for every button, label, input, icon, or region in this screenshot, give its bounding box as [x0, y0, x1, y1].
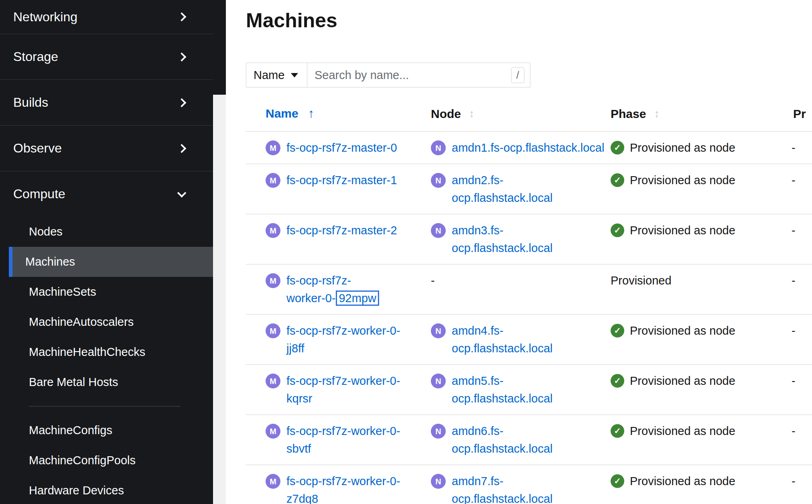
- sort-icon: ↕: [654, 108, 660, 120]
- phase-text: Provisioned as node: [630, 422, 735, 440]
- node-cell: N amdn6.fs- ocp.flashstack.local: [411, 415, 591, 465]
- phase-cell: ✓ Provisioned as node: [591, 132, 773, 164]
- node-badge-icon: N: [431, 223, 446, 238]
- table-row: M fs-ocp-rsf7z-master-2 N amdn3.fs-: [246, 214, 812, 264]
- main-content: Machines Name / Name↑ Node↕: [226, 0, 812, 504]
- success-check-icon: ✓: [611, 324, 624, 337]
- sidebar-item-label: Networking: [13, 10, 77, 24]
- phase-cell: ✓ Provisioned as node: [591, 214, 773, 264]
- machine-badge-icon: M: [266, 424, 280, 439]
- name-cell: M fs-ocp-rsf7z-worker-0- kqrsr: [246, 365, 411, 415]
- column-header-provider[interactable]: Pr: [773, 92, 812, 132]
- node-cell: N amdn3.fs- ocp.flashstack.local: [411, 214, 591, 264]
- sidebar-item-machineautoscalers[interactable]: MachineAutoscalers: [0, 307, 213, 337]
- machine-link[interactable]: fs-ocp-rsf7z- worker-0-92mpw: [286, 272, 379, 307]
- machine-badge-icon: M: [266, 140, 280, 155]
- chevron-right-icon: [177, 98, 187, 107]
- sort-ascending-icon: ↑: [308, 106, 315, 120]
- sidebar-item-machineconfigpools[interactable]: MachineConfigPools: [0, 445, 213, 476]
- sidebar-item-label: Compute: [13, 187, 65, 201]
- phase-text: Provisioned: [611, 272, 672, 289]
- sidebar-item-machinehealthchecks[interactable]: MachineHealthChecks: [0, 337, 213, 367]
- phase-text: Provisioned as node: [630, 139, 735, 156]
- machine-link[interactable]: fs-ocp-rsf7z-worker-0- jj8ff: [286, 322, 400, 357]
- phase-text: Provisioned as node: [630, 372, 735, 390]
- machine-link[interactable]: fs-ocp-rsf7z-worker-0- sbvtf: [286, 422, 400, 457]
- provider-state-cell: -: [773, 264, 812, 315]
- phase-cell: ✓ Provisioned as node: [591, 164, 773, 214]
- machine-link[interactable]: fs-ocp-rsf7z-master-2: [286, 222, 397, 239]
- success-check-icon: ✓: [611, 374, 624, 388]
- sidebar-item-machinesets[interactable]: MachineSets: [0, 277, 213, 307]
- column-header-name[interactable]: Name↑: [246, 92, 411, 132]
- sidebar-nav: Networking Storage Builds: [0, 0, 226, 504]
- node-cell: -: [411, 264, 591, 315]
- success-check-icon: ✓: [611, 474, 624, 488]
- table-row: M fs-ocp-rsf7z-master-1 N amdn2.fs-: [246, 164, 812, 214]
- success-check-icon: ✓: [611, 224, 624, 237]
- sidebar-item-observe[interactable]: Observe: [0, 126, 213, 171]
- sidebar-item-builds[interactable]: Builds: [0, 80, 213, 126]
- node-link[interactable]: amdn2.fs- ocp.flashstack.local: [452, 171, 552, 207]
- node-link[interactable]: amdn1.fs-ocp.flashstack.local: [452, 139, 604, 156]
- sidebar-item-storage[interactable]: Storage: [0, 34, 213, 80]
- name-cell: M fs-ocp-rsf7z-worker-0- sbvtf: [246, 415, 411, 465]
- empty-value-dash: -: [431, 274, 435, 287]
- phase-text: Provisioned as node: [630, 171, 735, 189]
- sidebar-scrollbar[interactable]: [213, 95, 226, 504]
- machine-link[interactable]: fs-ocp-rsf7z-worker-0- z7dq8: [286, 472, 400, 504]
- chevron-right-icon: [177, 52, 187, 61]
- filter-dropdown-label: Name: [254, 69, 284, 82]
- search-box: /: [307, 63, 530, 87]
- success-check-icon: ✓: [611, 173, 624, 187]
- sidebar-item-bare-metal-hosts[interactable]: Bare Metal Hosts: [0, 367, 213, 397]
- success-check-icon: ✓: [611, 424, 624, 438]
- node-link[interactable]: amdn4.fs- ocp.flashstack.local: [452, 322, 552, 357]
- provider-state-cell: -: [773, 132, 812, 164]
- sidebar-item-nodes[interactable]: Nodes: [0, 217, 213, 247]
- node-link[interactable]: amdn5.fs- ocp.flashstack.local: [452, 372, 552, 407]
- sidebar-item-label: Builds: [13, 95, 48, 110]
- name-filter-dropdown[interactable]: Name: [246, 63, 307, 87]
- name-cell: M fs-ocp-rsf7z-master-0: [246, 132, 411, 164]
- node-badge-icon: N: [431, 374, 446, 388]
- machine-badge-icon: M: [266, 273, 280, 288]
- node-link[interactable]: amdn7.fs- ocp.flashstack.local: [452, 472, 552, 504]
- app-window: Networking Storage Builds: [0, 0, 812, 504]
- chevron-down-icon: [177, 188, 187, 197]
- phase-cell: ✓ Provisioned as node: [591, 415, 773, 465]
- node-link[interactable]: amdn6.fs- ocp.flashstack.local: [452, 422, 552, 457]
- machine-link[interactable]: fs-ocp-rsf7z-master-1: [286, 171, 397, 189]
- provider-state-cell: -: [773, 415, 812, 465]
- phase-cell: ✓ Provisioned as node: [591, 365, 773, 415]
- table-row: M fs-ocp-rsf7z-master-0 N amdn1.fs-ocp.f…: [246, 132, 812, 164]
- table-row: M fs-ocp-rsf7z-worker-0- jj8ff N amdn4.f…: [246, 315, 812, 365]
- machine-link[interactable]: fs-ocp-rsf7z-worker-0- kqrsr: [286, 372, 400, 407]
- machine-link[interactable]: fs-ocp-rsf7z-master-0: [286, 139, 397, 156]
- provider-state-cell: -: [773, 164, 812, 214]
- provider-state-cell: -: [773, 365, 812, 415]
- machines-table: Name↑ Node↕ Phase↕ Pr: [246, 92, 812, 504]
- sidebar-item-compute-toggle[interactable]: Compute: [0, 171, 213, 217]
- sort-icon: ↕: [469, 108, 475, 120]
- node-cell: N amdn7.fs- ocp.flashstack.local: [411, 465, 591, 504]
- sidebar-item-networking[interactable]: Networking: [0, 0, 213, 34]
- sidebar-item-machines[interactable]: Machines: [9, 247, 213, 277]
- name-cell: M fs-ocp-rsf7z-worker-0- jj8ff: [246, 315, 411, 365]
- provider-state-cell: -: [773, 214, 812, 264]
- sidebar-item-label: Storage: [13, 49, 58, 64]
- sidebar-item-machineconfigs[interactable]: MachineConfigs: [0, 415, 213, 445]
- node-link[interactable]: amdn3.fs- ocp.flashstack.local: [452, 222, 552, 257]
- machine-badge-icon: M: [266, 323, 280, 338]
- phase-text: Provisioned as node: [630, 322, 735, 339]
- sidebar-item-label: Observe: [13, 141, 62, 156]
- node-badge-icon: N: [431, 173, 446, 188]
- success-check-icon: ✓: [611, 141, 624, 154]
- column-header-phase[interactable]: Phase↕: [591, 92, 773, 132]
- name-cell: M fs-ocp-rsf7z-worker-0- z7dq8: [246, 465, 411, 504]
- search-input[interactable]: [307, 68, 511, 82]
- sidebar-item-hardware-devices[interactable]: Hardware Devices: [0, 476, 213, 504]
- machine-badge-icon: M: [266, 474, 280, 489]
- chevron-right-icon: [177, 12, 187, 22]
- column-header-node[interactable]: Node↕: [411, 92, 591, 132]
